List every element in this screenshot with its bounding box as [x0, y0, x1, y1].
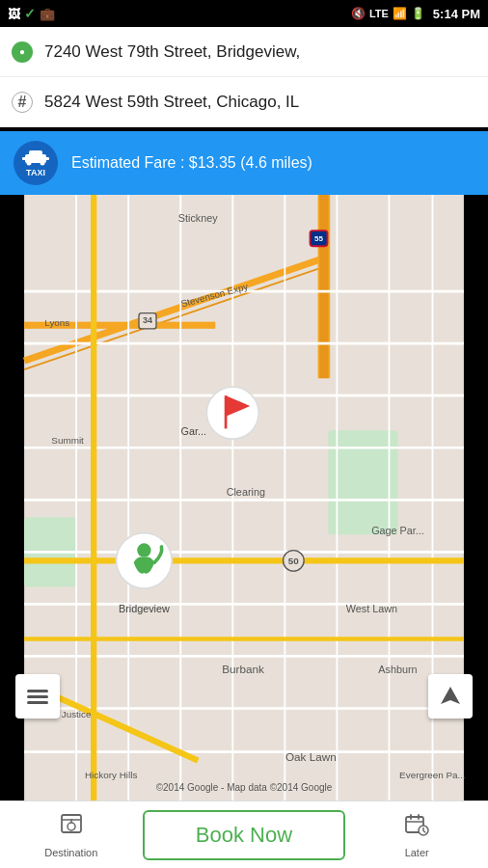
svg-text:Bridgeview: Bridgeview — [119, 603, 170, 614]
svg-text:Lyons: Lyons — [44, 317, 69, 328]
google-copyright: ©2014 Google - Map data ©2014 Google — [0, 782, 488, 793]
destination-address: 5824 West 59th Street, Chicago, IL — [44, 93, 299, 112]
hamburger-line-1 — [27, 690, 48, 692]
svg-point-3 — [41, 161, 45, 166]
svg-text:Stickney: Stickney — [178, 212, 218, 224]
svg-text:Summit: Summit — [51, 435, 84, 446]
map-area[interactable]: 50 34 55 Stickney Lyons Summit Burbank G… — [0, 187, 488, 800]
bottom-bar: Destination Book Now Later — [0, 800, 488, 868]
svg-rect-10 — [319, 187, 328, 378]
svg-text:Clearing: Clearing — [227, 486, 265, 498]
taxi-label: TAXI — [26, 168, 45, 177]
origin-icon: ● — [12, 41, 33, 63]
fare-text: Estimated Fare : $13.35 (4.6 miles) — [71, 154, 312, 172]
svg-text:55: 55 — [314, 234, 324, 243]
taxi-icon: TAXI — [14, 141, 58, 185]
later-label: Later — [405, 847, 429, 858]
svg-point-66 — [68, 823, 75, 830]
later-icon — [404, 812, 429, 843]
book-now-button[interactable]: Book Now — [143, 810, 346, 860]
svg-text:50: 50 — [288, 556, 300, 566]
svg-point-2 — [27, 161, 32, 166]
map-svg: 50 34 55 Stickney Lyons Summit Burbank G… — [0, 187, 488, 800]
svg-rect-5 — [45, 157, 49, 160]
svg-point-61 — [137, 543, 150, 556]
svg-text:Gage Par...: Gage Par... — [371, 525, 424, 536]
map-navigation-button[interactable] — [428, 674, 473, 719]
lte-badge: LTE — [369, 8, 389, 19]
svg-text:Hickory Hills: Hickory Hills — [85, 770, 137, 780]
address-bar: ● 7240 West 79th Street, Bridgeview, # 5… — [0, 27, 488, 127]
status-right-icons: 🔇 LTE 📶 🔋 5:14 PM — [351, 7, 480, 21]
svg-text:Oak Lawn: Oak Lawn — [285, 750, 337, 763]
destination-tab[interactable]: Destination — [0, 801, 143, 868]
check-icon: ✓ — [24, 6, 36, 21]
origin-row[interactable]: ● 7240 West 79th Street, Bridgeview, — [0, 27, 488, 77]
svg-text:West Lawn: West Lawn — [346, 603, 397, 614]
status-left-icons: 🖼 ✓ 💼 — [8, 6, 55, 21]
svg-rect-4 — [22, 157, 26, 160]
destination-icon — [59, 812, 84, 843]
origin-address: 7240 West 79th Street, Bridgeview, — [44, 42, 300, 62]
svg-text:Gar...: Gar... — [181, 425, 206, 437]
destination-row[interactable]: # 5824 West 59th Street, Chicago, IL — [0, 77, 488, 127]
signal-icon: 📶 — [393, 7, 407, 20]
book-now-label: Book Now — [196, 823, 292, 848]
navigation-icon — [439, 685, 462, 708]
svg-text:Burbank: Burbank — [222, 663, 264, 675]
screenshot-icon: 🖼 — [8, 7, 20, 21]
svg-text:Ashburn: Ashburn — [378, 664, 417, 675]
battery-icon: 🔋 — [411, 7, 425, 20]
svg-text:Evergreen Pa...: Evergreen Pa... — [399, 770, 466, 780]
fare-banner: TAXI Estimated Fare : $13.35 (4.6 miles) — [0, 131, 488, 195]
map-menu-button[interactable] — [15, 674, 60, 719]
svg-rect-1 — [29, 150, 42, 156]
svg-rect-12 — [328, 430, 397, 534]
later-tab[interactable]: Later — [345, 801, 488, 868]
clock: 5:14 PM — [433, 7, 480, 21]
hamburger-line-3 — [27, 701, 48, 704]
mute-icon: 🔇 — [351, 7, 366, 20]
destination-label: Destination — [44, 847, 97, 858]
svg-text:34: 34 — [143, 315, 152, 325]
svg-marker-64 — [441, 687, 460, 704]
status-bar: 🖼 ✓ 💼 🔇 LTE 📶 🔋 5:14 PM — [0, 0, 488, 27]
destination-icon: # — [12, 92, 33, 113]
svg-text:Justice: Justice — [62, 709, 92, 719]
hamburger-line-2 — [27, 695, 48, 698]
briefcase-icon: 💼 — [40, 7, 55, 21]
